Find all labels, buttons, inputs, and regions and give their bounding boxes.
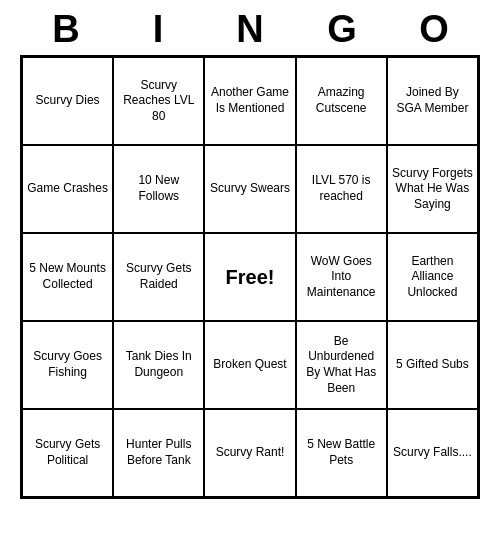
bingo-cell-1[interactable]: Scurvy Reaches LVL 80 <box>113 57 204 145</box>
bingo-cell-3[interactable]: Amazing Cutscene <box>296 57 387 145</box>
bingo-cell-10[interactable]: 5 New Mounts Collected <box>22 233 113 321</box>
bingo-cell-9[interactable]: Scurvy Forgets What He Was Saying <box>387 145 478 233</box>
bingo-cell-0[interactable]: Scurvy Dies <box>22 57 113 145</box>
bingo-cell-11[interactable]: Scurvy Gets Raided <box>113 233 204 321</box>
bingo-cell-13[interactable]: WoW Goes Into Maintenance <box>296 233 387 321</box>
bingo-cell-23[interactable]: 5 New Battle Pets <box>296 409 387 497</box>
title-letter-i: I <box>128 8 188 51</box>
bingo-cell-17[interactable]: Broken Quest <box>204 321 295 409</box>
bingo-cell-5[interactable]: Game Crashes <box>22 145 113 233</box>
bingo-cell-2[interactable]: Another Game Is Mentioned <box>204 57 295 145</box>
bingo-cell-6[interactable]: 10 New Follows <box>113 145 204 233</box>
bingo-cell-22[interactable]: Scurvy Rant! <box>204 409 295 497</box>
bingo-cell-21[interactable]: Hunter Pulls Before Tank <box>113 409 204 497</box>
bingo-cell-18[interactable]: Be Unburdened By What Has Been <box>296 321 387 409</box>
bingo-cell-8[interactable]: ILVL 570 is reached <box>296 145 387 233</box>
bingo-cell-12[interactable]: Free! <box>204 233 295 321</box>
bingo-cell-24[interactable]: Scurvy Falls.... <box>387 409 478 497</box>
title-letter-o: O <box>404 8 464 51</box>
title-letter-b: B <box>36 8 96 51</box>
bingo-title: B I N G O <box>20 0 480 55</box>
bingo-cell-19[interactable]: 5 Gifted Subs <box>387 321 478 409</box>
bingo-cell-16[interactable]: Tank Dies In Dungeon <box>113 321 204 409</box>
bingo-grid: Scurvy DiesScurvy Reaches LVL 80Another … <box>20 55 480 499</box>
bingo-cell-4[interactable]: Joined By SGA Member <box>387 57 478 145</box>
bingo-cell-15[interactable]: Scurvy Goes Fishing <box>22 321 113 409</box>
title-letter-n: N <box>220 8 280 51</box>
bingo-cell-7[interactable]: Scurvy Swears <box>204 145 295 233</box>
bingo-cell-14[interactable]: Earthen Alliance Unlocked <box>387 233 478 321</box>
bingo-cell-20[interactable]: Scurvy Gets Political <box>22 409 113 497</box>
title-letter-g: G <box>312 8 372 51</box>
